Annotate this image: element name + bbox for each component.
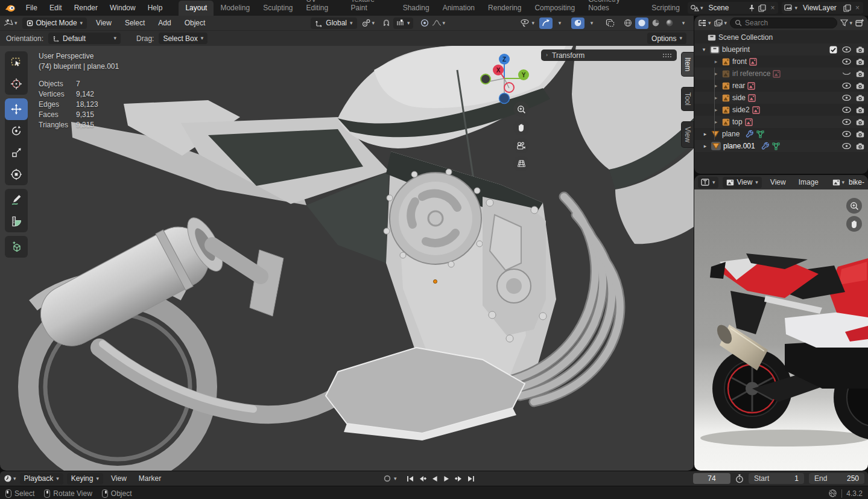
timeline-menu-view[interactable]: View (107, 473, 131, 484)
panel-drag-grip[interactable] (662, 53, 672, 58)
timeline-editor-type-button[interactable]: ▾ (4, 474, 16, 483)
hide-eye-toggle[interactable] (842, 46, 851, 52)
editor-type-3d-viewport-button[interactable]: ▾ (4, 19, 17, 27)
proportional-falloff-dropdown[interactable]: ▾ (432, 19, 446, 27)
shading-wireframe-button[interactable] (621, 17, 635, 29)
tab-view[interactable]: View (681, 121, 694, 148)
pivot-point-dropdown[interactable]: ▾ (362, 19, 375, 27)
workspace-tab-shading[interactable]: Shading (396, 1, 436, 16)
workspace-tab-sculpting[interactable]: Sculpting (256, 1, 299, 16)
menu-render[interactable]: Render (69, 2, 103, 14)
expand-chevron-icon[interactable]: ▸ (712, 95, 720, 101)
workspace-tab-geometry-nodes[interactable]: Geometry Nodes (581, 0, 645, 16)
snap-toggle[interactable] (379, 17, 393, 29)
scene-browse-button[interactable]: ▾ (690, 4, 703, 12)
tab-tool[interactable]: Tool (681, 87, 694, 111)
shading-material-button[interactable] (649, 17, 662, 29)
outliner-row-plane-001[interactable]: ▸ plane.001 (694, 140, 868, 152)
menu-file[interactable]: File (21, 2, 43, 14)
gizmos-toggle[interactable] (539, 17, 553, 29)
new-viewlayer-icon[interactable] (843, 4, 851, 12)
camera-visibility-toggle[interactable] (856, 71, 864, 77)
expand-chevron-icon[interactable]: ▸ (712, 107, 720, 113)
timeline-menu-marker[interactable]: Marker (135, 473, 165, 484)
camera-visibility-toggle[interactable] (856, 46, 864, 53)
menu-help[interactable]: Help (142, 2, 168, 14)
new-scene-icon[interactable] (758, 4, 766, 12)
image-menu-view[interactable]: View (766, 177, 790, 188)
viewport-canvas[interactable]: User Perspective (74) blueprint | plane.… (0, 46, 694, 471)
overlays-toggle[interactable] (571, 17, 584, 29)
workspace-tab-scripting[interactable]: Scripting (645, 1, 686, 16)
tool-cursor[interactable] (5, 73, 28, 95)
outliner-row-top[interactable]: ▸ top (694, 116, 868, 128)
playback-dropdown[interactable]: Playback▾ (20, 473, 63, 485)
workspace-tab-uv-editing[interactable]: UV Editing (300, 0, 344, 16)
outliner-row-scene-collection[interactable]: Scene Collection (694, 31, 868, 43)
workspace-tab-rendering[interactable]: Rendering (481, 1, 528, 16)
pan-button[interactable] (513, 119, 529, 135)
expand-chevron-icon[interactable]: ▸ (712, 83, 720, 89)
menu-edit[interactable]: Edit (44, 2, 68, 14)
auto-keying-toggle[interactable] (382, 473, 393, 484)
camera-visibility-toggle[interactable] (856, 107, 864, 113)
camera-visibility-toggle[interactable] (856, 95, 864, 101)
tool-rotate[interactable] (5, 120, 28, 142)
outliner-editor-type-button[interactable]: ▾ (698, 19, 711, 27)
gizmos-dropdown[interactable]: ▾ (553, 17, 566, 29)
current-frame-field[interactable]: 74 (693, 473, 730, 484)
tool-move[interactable] (5, 98, 28, 120)
show-gizmo-dropdown[interactable]: ▾ (520, 19, 534, 27)
expand-chevron-icon[interactable]: ▸ (712, 119, 720, 125)
outliner-row-blueprint[interactable]: ▾ blueprint (694, 43, 868, 56)
image-display-mode-dropdown[interactable]: View ▾ (723, 177, 762, 188)
prev-keyframe-button[interactable] (417, 473, 428, 484)
expand-chevron-icon[interactable]: ▸ (712, 71, 720, 77)
proportional-editing-toggle[interactable] (418, 17, 431, 29)
camera-visibility-toggle[interactable] (856, 143, 864, 150)
orthographic-toggle-button[interactable] (513, 156, 529, 171)
options-dropdown[interactable]: Options ▾ (647, 33, 686, 44)
workspace-tab-modeling[interactable]: Modeling (214, 1, 256, 16)
hide-eye-toggle[interactable] (842, 119, 851, 125)
xray-toggle[interactable] (603, 17, 616, 29)
blender-logo-icon[interactable] (5, 3, 16, 13)
shading-solid-button[interactable] (635, 17, 648, 29)
image-datablock-browse-button[interactable]: ▾ (832, 179, 844, 186)
transform-orientation-dropdown[interactable]: Global ▾ (311, 17, 356, 29)
expand-chevron-icon[interactable]: ▸ (702, 143, 709, 149)
play-button[interactable] (442, 473, 452, 484)
hide-eye-toggle[interactable] (842, 107, 851, 113)
viewport-menu-object[interactable]: Object (180, 17, 210, 28)
expand-chevron-icon[interactable]: ▸ (712, 59, 720, 65)
viewport-menu-select[interactable]: Select (121, 17, 149, 28)
image-editor-type-button[interactable]: ▾ (698, 177, 718, 188)
tool-select-box[interactable] (5, 51, 28, 73)
hide-eye-toggle[interactable] (842, 59, 851, 65)
hide-eye-toggle[interactable] (842, 95, 851, 101)
viewport-menu-add[interactable]: Add (154, 17, 175, 28)
outliner-row-front[interactable]: ▸ front (694, 56, 868, 68)
hide-eye-toggle[interactable] (842, 131, 851, 137)
snap-settings-dropdown[interactable]: ▾ (393, 17, 413, 29)
pin-icon[interactable] (749, 4, 755, 11)
outliner-row-plane[interactable]: ▸ plane (694, 128, 868, 140)
transform-panel-header[interactable]: › Transform (541, 49, 677, 61)
workspace-tab-layout[interactable]: Layout (179, 1, 214, 16)
search-input[interactable] (745, 19, 832, 27)
zoom-button[interactable] (513, 101, 529, 117)
tool-add-cube[interactable] (5, 236, 28, 258)
unlink-scene-button[interactable]: × (769, 4, 776, 12)
outliner-row-side[interactable]: ▸ side (694, 92, 868, 104)
outliner-display-mode-button[interactable]: ▾ (714, 19, 727, 27)
orientation-dropdown[interactable]: Default ▾ (48, 33, 121, 44)
viewlayer-name[interactable]: ViewLayer (800, 4, 840, 12)
remove-viewlayer-button[interactable]: × (854, 4, 861, 12)
tool-transform[interactable] (5, 164, 28, 185)
workspace-tab-animation[interactable]: Animation (436, 1, 481, 16)
jump-to-end-button[interactable] (466, 473, 477, 484)
new-collection-button[interactable] (855, 19, 864, 27)
collapse-chevron-icon[interactable]: ▾ (700, 46, 708, 52)
outliner-row-side2[interactable]: ▸ side2 (694, 104, 868, 116)
camera-visibility-toggle[interactable] (856, 83, 864, 89)
